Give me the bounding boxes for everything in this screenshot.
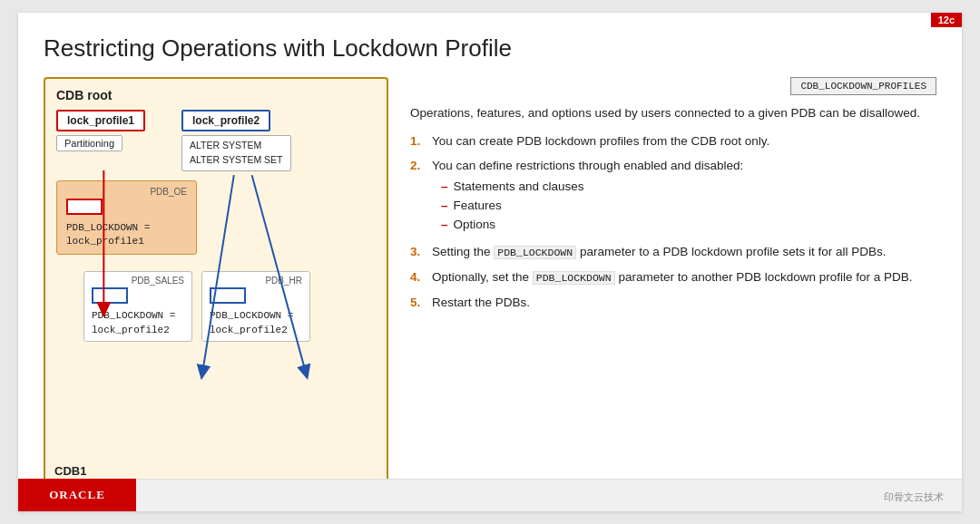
slide-number: 12c — [931, 13, 962, 27]
cdb-root-label: CDB root — [56, 88, 376, 102]
code-pdb-lockdown-3: PDB_LOCKDOWN — [494, 246, 576, 259]
slide-title: Restricting Operations with Lockdown Pro… — [44, 34, 936, 63]
pdb-hr-label: PDB_HR — [210, 276, 302, 286]
profile1-box: lock_profile1 — [56, 110, 145, 131]
list-item-3-text: Setting the PDB_LOCKDOWN parameter to a … — [432, 244, 936, 261]
blue-small-box-hr — [210, 287, 246, 304]
list-item-4-text: Optionally, set the PDB_LOCKDOWN paramet… — [432, 269, 936, 286]
list-item-4: Optionally, set the PDB_LOCKDOWN paramet… — [410, 269, 936, 286]
alter-box: ALTER SYSTEM ALTER SYSTEM SET — [181, 135, 291, 171]
diagram-panel: CDB root lock_profile1 Partitioning lock… — [44, 77, 388, 485]
slide: 12c Restricting Operations with Lockdown… — [18, 13, 962, 511]
pdb-oe-row: PDB_OE PDB_LOCKDOWN = lock_profile1 — [56, 180, 376, 265]
list-item-1-text: You can create PDB lockdown profiles fro… — [432, 133, 936, 150]
sub-list: Statements and clauses Features Options — [432, 179, 936, 234]
pdb-oe-area: PDB_OE PDB_LOCKDOWN = lock_profile1 — [56, 180, 197, 256]
list-item-3: Setting the PDB_LOCKDOWN parameter to a … — [410, 244, 936, 261]
intro-text: Operations, features, and options used b… — [410, 104, 936, 122]
red-small-box — [66, 199, 103, 215]
bottom-bar: ORACLE 印骨文云技术 — [18, 479, 962, 511]
pdbs-row: PDB_SALES PDB_LOCKDOWN = lock_profile2 P… — [83, 271, 376, 342]
sub-item-1: Statements and clauses — [441, 179, 936, 196]
feature-box: Partitioning — [56, 135, 122, 151]
list-item-2: You can define restrictions through enab… — [410, 158, 936, 236]
oracle-logo-text: ORACLE — [49, 488, 105, 502]
profile1-col: lock_profile1 Partitioning — [56, 110, 145, 151]
blue-small-box-sales — [92, 287, 128, 304]
list-item-5-text: Restart the PDBs. — [432, 295, 936, 312]
view-tag: CDB_LOCKDOWN_PROFILES — [790, 77, 936, 95]
profiles-row: lock_profile1 Partitioning lock_profile2… — [56, 110, 376, 171]
pdb-sales-area: PDB_SALES PDB_LOCKDOWN = lock_profile2 — [83, 271, 192, 342]
list-item-1: You can create PDB lockdown profiles fro… — [410, 133, 936, 150]
pdb-sales-code: PDB_LOCKDOWN = lock_profile2 — [92, 309, 184, 337]
list-item-5: Restart the PDBs. — [410, 295, 936, 312]
pdb-oe-code: PDB_LOCKDOWN = lock_profile1 — [66, 221, 187, 249]
profile2-box: lock_profile2 — [181, 110, 270, 131]
cdb1-label: CDB1 — [54, 464, 86, 478]
numbered-list: You can create PDB lockdown profiles fro… — [410, 133, 936, 312]
pdb-oe-label: PDB_OE — [66, 187, 187, 197]
profile2-col: lock_profile2 ALTER SYSTEM ALTER SYSTEM … — [181, 110, 291, 171]
content-area: CDB root lock_profile1 Partitioning lock… — [44, 77, 936, 485]
code-pdb-lockdown-4: PDB_LOCKDOWN — [533, 271, 615, 285]
sub-item-2: Features — [441, 198, 936, 215]
pdb-sales-label: PDB_SALES — [92, 276, 184, 286]
sub-item-3: Options — [441, 217, 936, 234]
watermark: 印骨文云技术 — [884, 490, 944, 504]
text-panel: CDB_LOCKDOWN_PROFILES Operations, featur… — [410, 77, 936, 485]
pdb-hr-code: PDB_LOCKDOWN = lock_profile2 — [210, 309, 302, 337]
oracle-logo-bar: ORACLE — [18, 479, 136, 511]
pdb-hr-area: PDB_HR PDB_LOCKDOWN = lock_profile2 — [201, 271, 310, 342]
list-item-2-text: You can define restrictions through enab… — [432, 158, 936, 236]
